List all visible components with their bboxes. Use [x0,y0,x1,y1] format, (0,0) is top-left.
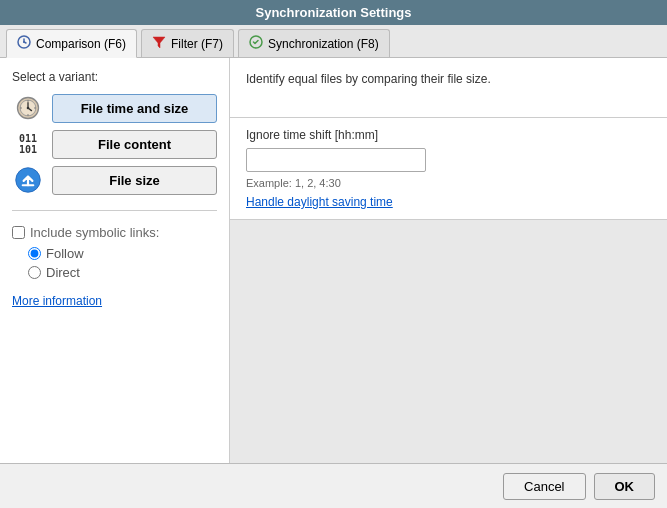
variant-btn-file-size[interactable]: File size [52,166,217,195]
variant-btn-file-content[interactable]: File content [52,130,217,159]
tab-comparison-label: Comparison (F6) [36,37,126,51]
time-shift-input[interactable] [246,148,426,172]
variant-row-file-time-size: File time and size [12,92,217,124]
time-shift-label: Ignore time shift [hh:mm] [246,128,651,142]
right-panel: Identify equal files by comparing their … [230,58,667,463]
title-text: Synchronization Settings [255,5,411,20]
clock-icon [12,92,44,124]
tab-bar: Comparison (F6) Filter (F7) Synchronizat… [0,25,667,58]
symbolic-links-section: Include symbolic links: Follow Direct [12,221,217,284]
svg-point-0 [23,41,25,43]
more-information-link[interactable]: More information [12,294,217,308]
svg-marker-1 [153,37,165,48]
ok-button[interactable]: OK [594,473,656,500]
tab-filter[interactable]: Filter (F7) [141,29,234,57]
time-shift-section: Ignore time shift [hh:mm] Example: 1, 2,… [230,118,667,220]
variant-btn-file-time-size[interactable]: File time and size [52,94,217,123]
separator [12,210,217,211]
sync-tab-icon [249,35,263,52]
binary-icon: 011101 [12,128,44,160]
footer: Cancel OK [0,463,667,508]
radio-row-direct: Direct [28,265,217,280]
symbolic-links-label: Include symbolic links: [30,225,159,240]
left-panel: Select a variant: File time and size [0,58,230,463]
main-content: Select a variant: File time and size [0,58,667,463]
cancel-button[interactable]: Cancel [503,473,585,500]
title-bar: Synchronization Settings [0,0,667,25]
description-text: Identify equal files by comparing their … [230,58,667,118]
tab-synchronization[interactable]: Synchronization (F8) [238,29,390,57]
select-variant-label: Select a variant: [12,70,217,84]
radio-follow[interactable] [28,247,41,260]
upload-arrow-icon [12,164,44,196]
tab-sync-label: Synchronization (F8) [268,37,379,51]
radio-direct-label: Direct [46,265,80,280]
example-text: Example: 1, 2, 4:30 [246,177,651,189]
symbolic-links-checkbox[interactable] [12,226,25,239]
daylight-saving-link[interactable]: Handle daylight saving time [246,195,393,209]
variant-row-file-content: 011101 File content [12,128,217,160]
radio-row-follow: Follow [28,246,217,261]
comparison-tab-icon [17,35,31,52]
radio-direct[interactable] [28,266,41,279]
tab-filter-label: Filter (F7) [171,37,223,51]
bottom-gray-area [230,220,667,463]
variant-row-file-size: File size [12,164,217,196]
radio-follow-label: Follow [46,246,84,261]
filter-tab-icon [152,35,166,52]
svg-point-6 [27,107,30,110]
tab-comparison[interactable]: Comparison (F6) [6,29,137,58]
symbolic-links-checkbox-row: Include symbolic links: [12,225,217,240]
